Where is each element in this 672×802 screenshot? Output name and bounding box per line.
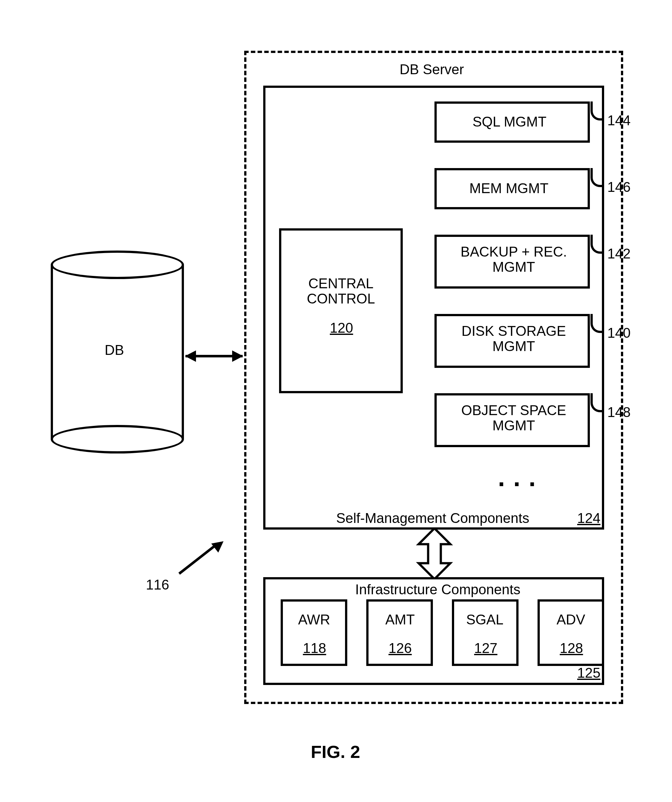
disk-storage-mgmt-ref: 140 bbox=[607, 325, 630, 341]
self-management-ref: 124 bbox=[577, 511, 600, 526]
sgal-ref: 127 bbox=[474, 640, 497, 656]
infrastructure-ref: 125 bbox=[577, 665, 600, 681]
disk-storage-mgmt-label: DISK STORAGE MGMT bbox=[457, 323, 571, 354]
db-server-arrow bbox=[186, 351, 242, 362]
svg-marker-0 bbox=[418, 528, 450, 579]
db-label: DB bbox=[105, 343, 124, 358]
adv-ref: 128 bbox=[560, 640, 583, 656]
object-space-mgmt-ref: 148 bbox=[607, 405, 630, 420]
sql-mgmt-ref: 144 bbox=[607, 113, 630, 128]
db-server-title: DB Server bbox=[400, 62, 464, 77]
system-ref-arrow bbox=[174, 536, 231, 580]
amt-ref: 126 bbox=[388, 640, 412, 656]
figure-label: FIG. 2 bbox=[311, 742, 360, 762]
adv-box bbox=[538, 599, 604, 666]
central-control-ref: 120 bbox=[330, 320, 353, 336]
adv-label: ADV bbox=[557, 612, 585, 627]
awr-box bbox=[281, 599, 347, 666]
awr-label: AWR bbox=[298, 612, 330, 627]
self-mgmt-infra-arrow bbox=[415, 528, 454, 579]
self-management-label: Self-Management Components bbox=[336, 511, 529, 526]
object-space-mgmt-label: OBJECT SPACE MGMT bbox=[457, 403, 571, 433]
sql-mgmt-label: SQL MGMT bbox=[473, 114, 546, 129]
backup-rec-mgmt-ref: 142 bbox=[607, 246, 630, 261]
sgal-box bbox=[452, 599, 519, 666]
diagram-canvas: DB DB Server Self-Management Components … bbox=[0, 0, 672, 802]
mem-mgmt-label: MEM MGMT bbox=[469, 181, 548, 196]
central-control-label: CENTRAL CONTROL bbox=[304, 276, 377, 307]
central-control-box bbox=[279, 228, 403, 393]
sgal-label: SGAL bbox=[466, 612, 503, 627]
system-ref: 116 bbox=[146, 577, 169, 592]
amt-box bbox=[366, 599, 433, 666]
amt-label: AMT bbox=[385, 612, 415, 627]
infrastructure-label: Infrastructure Components bbox=[355, 582, 520, 597]
awr-ref: 118 bbox=[303, 640, 326, 656]
mem-mgmt-ref: 146 bbox=[607, 179, 630, 195]
backup-rec-mgmt-label: BACKUP + REC. MGMT bbox=[450, 244, 577, 275]
ellipsis: . . . bbox=[498, 463, 536, 492]
